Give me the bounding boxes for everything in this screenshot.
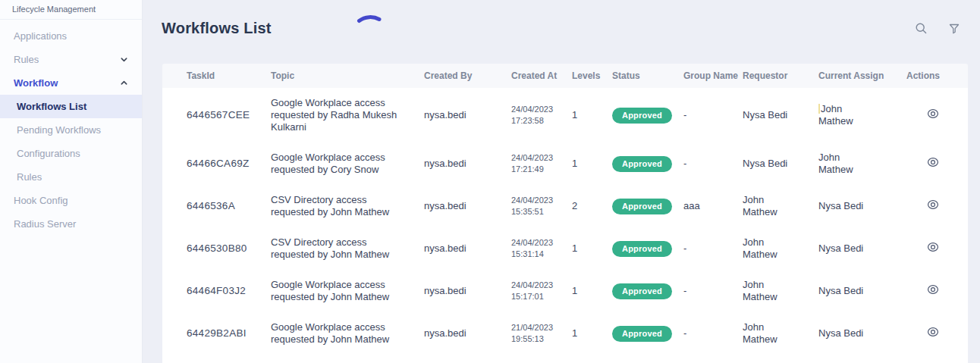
cell-group-name: - [683,243,743,255]
sidebar-item-label: Workflow [14,77,58,89]
text-cursor [818,104,820,114]
table-row[interactable]: 64464F03J2 Google Workplace access reque… [162,270,968,312]
cell-actions [906,325,968,342]
created-time: 15:17:01 [511,291,564,302]
cell-created-at: 24/04/2023 15:17:01 [511,280,572,302]
cell-actions [906,155,968,172]
cell-topic: Google Workplace access requested by Rad… [271,97,424,133]
cell-created-by: nysa.bedi [424,158,511,170]
sidebar-item-label: Rules [17,171,42,183]
cell-created-at: 24/04/2023 17:23:58 [511,104,572,127]
cell-levels: 1 [572,109,612,121]
current-assign-text: John Mathew [818,103,853,127]
sidebar-item-applications[interactable]: Applications [0,24,142,48]
sidebar-item-pending-workflows[interactable]: Pending Workflows [0,118,142,142]
created-date: 24/04/2023 [511,104,564,115]
cell-group-name: aaa [683,200,743,212]
table-row[interactable]: 64466CA69Z Google Workplace access reque… [162,142,968,185]
sidebar-item-workflow[interactable]: Workflow [0,71,142,95]
current-assign-text: Nysa Bedi [818,243,863,254]
cell-created-at: 24/04/2023 17:21:49 [511,152,572,175]
cell-task-id: 6446530B80 [187,243,271,255]
workflows-table: TaskId Topic Created By Created At Level… [162,64,968,363]
created-time: 17:21:49 [511,164,564,175]
sidebar-item-label: Rules [14,54,39,65]
sidebar-item-rules-sub[interactable]: Rules [0,165,142,189]
cell-topic: Google Workplace access requested by Cor… [271,152,424,176]
column-header[interactable]: Levels [572,70,612,81]
sidebar-item-label: Radius Server [14,218,76,230]
cell-created-by: nysa.bedi [424,285,511,297]
cell-group-name: - [683,285,743,297]
cell-requestor: John Mathew [743,236,818,261]
sidebar-item-configurations[interactable]: Configurations [0,142,142,165]
cell-current-assign: John Mathew [818,103,906,127]
status-badge: Approved [612,156,672,172]
sidebar-item-workflows-list[interactable]: Workflows List [0,95,142,118]
cell-group-name: - [683,109,743,121]
cell-requestor: John Mathew [743,279,818,303]
table-row[interactable]: 6446536A CSV Directory access requested … [162,185,968,227]
cell-task-id: 64429B2ABI [187,327,271,340]
created-date: 21/04/2023 [511,322,564,333]
filter-icon[interactable] [948,23,960,35]
table-header: TaskId Topic Created By Created At Level… [162,64,968,88]
view-eye-icon[interactable] [926,155,940,169]
cell-levels: 2 [572,200,612,212]
cell-topic: CSV Directory access requested by John M… [271,194,424,218]
status-badge: Approved [612,241,672,257]
cell-levels: 1 [572,158,612,170]
cell-task-id: 6446536A [187,200,271,212]
cell-created-by: nysa.bedi [424,327,511,340]
cell-current-assign: Nysa Bedi [818,285,906,297]
sidebar-item-rules[interactable]: Rules [0,48,142,71]
cell-current-assign: Nysa Bedi [818,200,906,212]
table-row[interactable]: 6446530B80 CSV Directory access requeste… [162,227,968,270]
column-header[interactable]: Topic [271,70,424,81]
created-time: 17:23:58 [511,115,564,127]
cell-status: Approved [612,241,683,257]
chevron-up-icon [120,79,128,87]
sidebar-item-radius-server[interactable]: Radius Server [0,212,142,236]
table-body: 6446567CEE Google Workplace access reque… [162,88,968,363]
cell-topic: Google Workplace access requested by Joh… [271,321,424,346]
column-header[interactable]: TaskId [187,70,271,81]
column-header[interactable]: Created At [511,70,572,81]
view-eye-icon[interactable] [926,325,940,339]
cell-current-assign: John Mathew [818,152,906,176]
cell-status: Approved [612,283,683,299]
created-date: 24/04/2023 [511,237,564,249]
view-eye-icon[interactable] [926,240,940,254]
column-header[interactable]: Requestor [743,70,818,81]
view-eye-icon[interactable] [926,198,940,211]
cell-created-by: nysa.bedi [424,243,511,255]
table-row[interactable]: 64429B2ABI Google Workplace access reque… [162,312,968,355]
view-eye-icon[interactable] [926,283,940,296]
sidebar-header: Lifecycle Management [0,0,142,20]
cell-status: Approved [612,199,683,214]
cell-status: Approved [612,326,683,342]
cell-levels: 1 [572,327,612,340]
cell-levels: 1 [572,285,612,297]
column-header[interactable]: Actions [906,70,968,81]
cell-status: Approved [612,156,683,172]
cell-current-assign: Nysa Bedi [818,327,906,340]
cell-task-id: 64466CA69Z [187,158,271,170]
column-header[interactable]: Current Assign [818,70,906,81]
column-header[interactable]: Status [612,70,683,81]
main-content: Workflows List TaskId Topic Created By C… [143,0,980,363]
table-row[interactable]: 6446567CEE Google Workplace access reque… [162,88,968,142]
cell-created-at: 21/04/2023 19:55:13 [511,322,572,345]
view-eye-icon[interactable] [926,107,940,120]
created-time: 19:55:13 [511,333,564,345]
cell-created-at: 24/04/2023 15:35:51 [511,195,572,217]
app-root: Lifecycle Management Applications Rules … [0,0,980,363]
cell-topic: CSV Directory access requested by John M… [271,236,424,261]
sidebar-item-hook-config[interactable]: Hook Config [0,189,142,212]
search-icon[interactable] [915,22,928,35]
column-header[interactable]: Group Name [683,70,743,81]
column-header[interactable]: Created By [424,70,511,81]
created-time: 15:35:51 [511,206,564,217]
cell-group-name: - [683,327,743,340]
current-assign-text: Nysa Bedi [818,200,863,211]
